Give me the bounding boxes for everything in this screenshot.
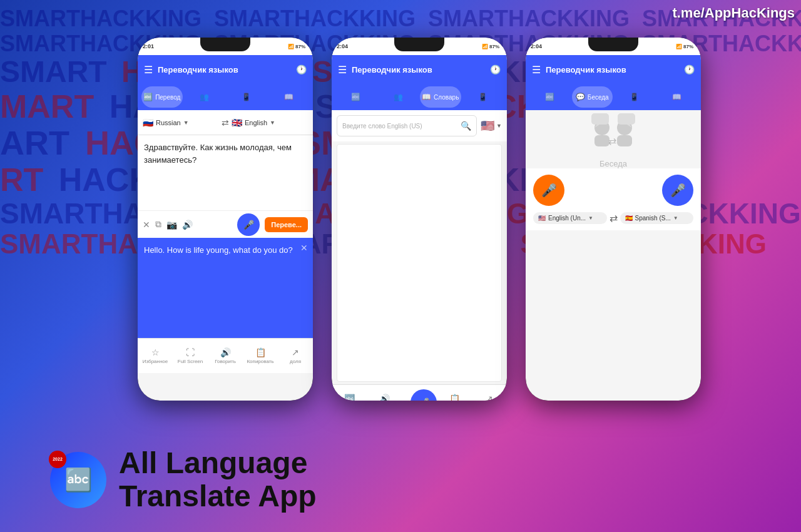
phone-2-nav-mic[interactable]: 🎤 <box>402 389 437 401</box>
phone-2: 2:04 📶 87% ☰ Переводчик языков 🕐 🔤 👥 📖 <box>332 38 507 401</box>
phone-3-menu-icon[interactable]: ☰ <box>532 64 541 76</box>
people-tab-icon: 👥 <box>200 93 209 101</box>
logo-badge: 2022 <box>49 451 66 468</box>
phone-2-tab-translate[interactable]: 🔤 <box>335 86 377 108</box>
phone-1-tab-device[interactable]: 📱 <box>226 86 267 108</box>
svg-rect-3 <box>617 135 632 146</box>
phone-2-clock-icon[interactable]: 🕐 <box>490 64 501 74</box>
phone-3-tab-translate[interactable]: 🔤 <box>529 86 571 108</box>
bottom-section: 🔤 2022 All Language Translate App <box>50 447 317 513</box>
phone-2-status-icons: 📶 87% <box>482 44 499 49</box>
phone2-nav-share-icon: ↗ <box>486 394 493 401</box>
phone-1-translate-button[interactable]: Переве... <box>265 217 308 232</box>
phone-1-target-flag: 🇬🇧 <box>232 118 242 128</box>
phone-1-copy-icon[interactable]: ⧉ <box>155 219 161 230</box>
phone-3-header-title: Переводчик языков <box>546 65 679 74</box>
app-logo: 🔤 2022 <box>50 452 106 508</box>
phone-1-nav-fullscreen-label: Full Screen <box>178 359 203 364</box>
phone-3-lang1-arrow: ▼ <box>588 215 593 221</box>
phone-1-input-area[interactable]: Здравствуйте. Как жизнь молодая, чем зан… <box>138 135 313 210</box>
phone-1-source-flag: 🇷🇺 <box>143 118 153 128</box>
phone-1-source-lang[interactable]: 🇷🇺 Russian ▼ <box>143 118 219 128</box>
phone-2-search-icon[interactable]: 🔍 <box>461 121 471 131</box>
phone-3-tab-book[interactable]: 📖 <box>656 86 698 108</box>
phone-1-mic-button[interactable]: 🎤 <box>237 213 260 236</box>
phone-3-lang1-select[interactable]: 🇺🇸 English (Un... ▼ <box>533 212 607 224</box>
phone-3-lang1-name: English (Un... <box>548 215 586 222</box>
share-icon: ↗ <box>292 347 299 357</box>
phone-3-mic-blue[interactable]: 🎤 <box>662 175 693 206</box>
phone-3-lang2-name: Spanish (S... <box>635 215 671 222</box>
phone-2-flag-dropdown[interactable]: 🇺🇸 ▼ <box>481 119 502 133</box>
phone-2-mic-center[interactable]: 🎤 <box>411 389 437 401</box>
top-url: t.me/AppHacKings <box>672 5 795 21</box>
phone-1: 2:01 📶 87% ☰ Переводчик языков 🕐 🔤 Перев… <box>138 38 313 401</box>
phone-2-nav-speak[interactable]: 🔊 Говорить <box>367 394 402 401</box>
phone-1-tab-people[interactable]: 👥 <box>184 86 225 108</box>
phone-1-nav-share[interactable]: ↗ доля <box>278 347 313 364</box>
fullscreen-icon: ⛶ <box>186 347 195 357</box>
phone-2-nav-textcopy[interactable]: 📋 Текст Копир... <box>437 394 472 401</box>
phone-3: 2:04 📶 87% ☰ Переводчик языков 🕐 🔤 💬 Бес… <box>526 38 701 401</box>
phone-3-lang2-select[interactable]: 🇪🇸 Spanish (S... ▼ <box>620 212 694 224</box>
phone-2-nav-share[interactable]: ↗ доля <box>472 394 507 401</box>
phone-1-nav-fullscreen[interactable]: ⛶ Full Screen <box>173 347 208 364</box>
phone-1-tab-book[interactable]: 📖 <box>268 86 310 108</box>
phone-3-clock-icon[interactable]: 🕐 <box>684 64 695 74</box>
device-tab-icon: 📱 <box>242 93 251 101</box>
phone-2-dict-content <box>337 144 502 382</box>
phone-1-action-bar: ✕ ⧉ 📷 🔊 🎤 Переве... <box>138 210 313 238</box>
phone-2-screen: 2:04 📶 87% ☰ Переводчик языков 🕐 🔤 👥 📖 <box>332 38 507 401</box>
phone-2-bottom-nav: 🔤 Переведите 🔊 Говорить 🎤 📋 Текст Копир.… <box>332 384 507 401</box>
phone-1-swap-icon[interactable]: ⇄ <box>222 118 229 128</box>
phone-3-tab-convo[interactable]: 💬 Беседа <box>572 86 613 108</box>
phone-2-header-title: Переводчик языков <box>352 65 485 74</box>
phone-2-menu-icon[interactable]: ☰ <box>338 64 347 76</box>
phone-2-tab-bar: 🔤 👥 📖 Словарь 📱 <box>332 84 507 110</box>
phone-2-notch <box>394 38 444 51</box>
app-tagline: All Language Translate App <box>119 447 317 513</box>
phone-3-tab-device[interactable]: 📱 <box>614 86 655 108</box>
phone2-dict-icon: 📖 <box>422 93 431 101</box>
phone-1-nav-speak[interactable]: 🔊 Говорить <box>208 347 243 364</box>
phone-2-search-bar: Введите слово English (US) 🔍 🇺🇸 ▼ <box>332 110 507 141</box>
phone-1-nav-favorites[interactable]: ☆ Избранное <box>138 347 173 364</box>
phone-2-nav-translate[interactable]: 🔤 Переведите <box>332 394 367 401</box>
logo-circle: 🔤 2022 <box>50 452 106 508</box>
phone-1-clear-icon[interactable]: ✕ <box>143 220 150 230</box>
phone-2-tab-device[interactable]: 📱 <box>462 86 504 108</box>
phone-1-nav-favorites-label: Избранное <box>143 359 168 364</box>
phone-3-swap-icon[interactable]: ⇄ <box>610 212 618 224</box>
svg-rect-4 <box>591 113 609 125</box>
phone-1-menu-icon[interactable]: ☰ <box>144 64 153 76</box>
phone2-translate-icon: 🔤 <box>351 93 360 101</box>
tagline-line1: All Language <box>119 447 317 480</box>
phone-1-target-lang-arrow: ▼ <box>270 120 275 126</box>
phone-1-source-lang-arrow: ▼ <box>183 120 189 126</box>
phone-3-convo-label: Беседа <box>599 159 627 168</box>
phone-1-target-lang[interactable]: 🇬🇧 English ▼ <box>232 118 308 128</box>
phone-1-camera-icon[interactable]: 📷 <box>166 220 177 230</box>
phone-3-mic-orange[interactable]: 🎤 <box>533 175 564 206</box>
phone-1-status-icons: 📶 87% <box>288 44 305 49</box>
svg-rect-1 <box>594 135 610 146</box>
phone-2-tab-people[interactable]: 👥 <box>378 86 419 108</box>
phone-2-flag-drop-arrow: ▼ <box>496 123 502 129</box>
phone-3-app-header: ☰ Переводчик языков 🕐 <box>526 55 701 84</box>
phone-1-speaker-icon[interactable]: 🔊 <box>182 220 193 230</box>
phone-3-screen: 2:04 📶 87% ☰ Переводчик языков 🕐 🔤 💬 Бес… <box>526 38 701 401</box>
phone-2-tab-dictionary[interactable]: 📖 Словарь <box>420 86 461 108</box>
phone-1-target-lang-name: English <box>245 119 267 126</box>
phone-3-lang2-flag: 🇪🇸 <box>625 215 633 222</box>
phone-3-tab-bar: 🔤 💬 Беседа 📱 📖 <box>526 84 701 110</box>
phone-1-close-button[interactable]: ✕ <box>300 243 308 253</box>
phone-3-lang2-arrow: ▼ <box>673 215 678 221</box>
phone-1-nav-copy[interactable]: 📋 Копировать <box>243 347 278 364</box>
phone-1-tab-translate[interactable]: 🔤 Перевод <box>141 86 183 108</box>
phone-1-clock-icon[interactable]: 🕐 <box>296 64 307 74</box>
phone-1-app-header: ☰ Переводчик языков 🕐 <box>138 55 313 84</box>
copy-nav-icon: 📋 <box>255 347 266 357</box>
phone-2-search-input-wrap[interactable]: Введите слово English (US) 🔍 <box>337 115 477 136</box>
logo-translate-icon: 🔤 <box>64 467 93 493</box>
phone-1-nav-share-label: доля <box>290 359 301 364</box>
